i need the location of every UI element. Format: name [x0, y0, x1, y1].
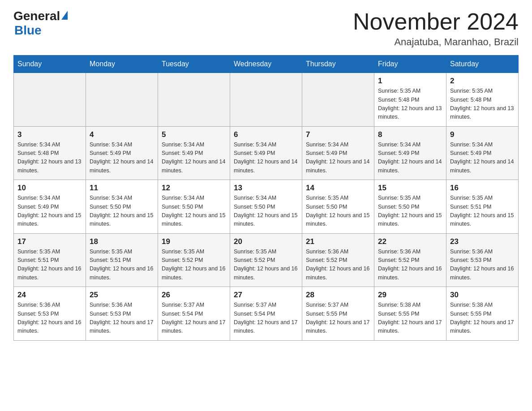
- day-number: 9: [450, 130, 515, 139]
- day-sun-info: Sunrise: 5:37 AM Sunset: 5:55 PM Dayligh…: [306, 301, 370, 336]
- col-wednesday: Wednesday: [230, 56, 302, 73]
- day-sun-info: Sunrise: 5:36 AM Sunset: 5:53 PM Dayligh…: [450, 248, 515, 283]
- day-sun-info: Sunrise: 5:34 AM Sunset: 5:50 PM Dayligh…: [90, 194, 154, 229]
- day-number: 1: [378, 77, 442, 86]
- table-row: 3Sunrise: 5:34 AM Sunset: 5:48 PM Daylig…: [14, 126, 86, 180]
- day-sun-info: Sunrise: 5:36 AM Sunset: 5:53 PM Dayligh…: [90, 301, 154, 336]
- table-row: 4Sunrise: 5:34 AM Sunset: 5:49 PM Daylig…: [86, 126, 158, 180]
- calendar-week-row: 1Sunrise: 5:35 AM Sunset: 5:48 PM Daylig…: [14, 73, 519, 127]
- calendar-table: Sunday Monday Tuesday Wednesday Thursday…: [13, 55, 519, 341]
- day-sun-info: Sunrise: 5:34 AM Sunset: 5:48 PM Dayligh…: [17, 141, 82, 176]
- table-row: 24Sunrise: 5:36 AM Sunset: 5:53 PM Dayli…: [14, 287, 86, 341]
- day-number: 15: [378, 184, 442, 193]
- table-row: 27Sunrise: 5:37 AM Sunset: 5:54 PM Dayli…: [230, 287, 302, 341]
- day-number: 8: [378, 130, 442, 139]
- table-row: 17Sunrise: 5:35 AM Sunset: 5:51 PM Dayli…: [14, 233, 86, 287]
- calendar-week-row: 3Sunrise: 5:34 AM Sunset: 5:48 PM Daylig…: [14, 126, 519, 180]
- day-sun-info: Sunrise: 5:34 AM Sunset: 5:49 PM Dayligh…: [90, 141, 154, 176]
- day-sun-info: Sunrise: 5:38 AM Sunset: 5:55 PM Dayligh…: [450, 301, 515, 336]
- day-number: 6: [234, 130, 298, 139]
- table-row: 12Sunrise: 5:34 AM Sunset: 5:50 PM Dayli…: [158, 180, 230, 234]
- table-row: 14Sunrise: 5:35 AM Sunset: 5:50 PM Dayli…: [302, 180, 374, 234]
- calendar-week-row: 24Sunrise: 5:36 AM Sunset: 5:53 PM Dayli…: [14, 287, 519, 341]
- location-subtitle: Anajatuba, Maranhao, Brazil: [353, 36, 519, 48]
- day-number: 24: [17, 291, 82, 300]
- table-row: [158, 73, 230, 127]
- title-area: November 2024 Anajatuba, Maranhao, Brazi…: [353, 9, 519, 48]
- day-sun-info: Sunrise: 5:35 AM Sunset: 5:50 PM Dayligh…: [378, 194, 442, 229]
- day-number: 28: [306, 291, 370, 300]
- day-sun-info: Sunrise: 5:36 AM Sunset: 5:52 PM Dayligh…: [378, 248, 442, 283]
- table-row: 20Sunrise: 5:35 AM Sunset: 5:52 PM Dayli…: [230, 233, 302, 287]
- logo: General Blue: [13, 9, 68, 38]
- col-thursday: Thursday: [302, 56, 374, 73]
- calendar-week-row: 10Sunrise: 5:34 AM Sunset: 5:49 PM Dayli…: [14, 180, 519, 234]
- table-row: 1Sunrise: 5:35 AM Sunset: 5:48 PM Daylig…: [374, 73, 446, 127]
- day-number: 18: [90, 237, 154, 246]
- table-row: 19Sunrise: 5:35 AM Sunset: 5:52 PM Dayli…: [158, 233, 230, 287]
- day-sun-info: Sunrise: 5:35 AM Sunset: 5:51 PM Dayligh…: [90, 248, 154, 283]
- page-header: General Blue November 2024 Anajatuba, Ma…: [13, 9, 519, 48]
- table-row: [14, 73, 86, 127]
- table-row: 8Sunrise: 5:34 AM Sunset: 5:49 PM Daylig…: [374, 126, 446, 180]
- day-number: 7: [306, 130, 370, 139]
- logo-general-text: General: [13, 9, 60, 23]
- day-number: 11: [90, 184, 154, 193]
- day-sun-info: Sunrise: 5:38 AM Sunset: 5:55 PM Dayligh…: [378, 301, 442, 336]
- day-number: 27: [234, 291, 298, 300]
- logo-triangle-icon: [61, 11, 68, 20]
- table-row: 2Sunrise: 5:35 AM Sunset: 5:48 PM Daylig…: [446, 73, 519, 127]
- col-tuesday: Tuesday: [158, 56, 230, 73]
- col-sunday: Sunday: [14, 56, 86, 73]
- day-number: 20: [234, 237, 298, 246]
- table-row: 26Sunrise: 5:37 AM Sunset: 5:54 PM Dayli…: [158, 287, 230, 341]
- col-friday: Friday: [374, 56, 446, 73]
- day-number: 2: [450, 77, 515, 86]
- day-sun-info: Sunrise: 5:35 AM Sunset: 5:52 PM Dayligh…: [234, 248, 298, 283]
- table-row: 25Sunrise: 5:36 AM Sunset: 5:53 PM Dayli…: [86, 287, 158, 341]
- table-row: 18Sunrise: 5:35 AM Sunset: 5:51 PM Dayli…: [86, 233, 158, 287]
- day-sun-info: Sunrise: 5:34 AM Sunset: 5:49 PM Dayligh…: [306, 141, 370, 176]
- day-number: 30: [450, 291, 515, 300]
- day-sun-info: Sunrise: 5:36 AM Sunset: 5:53 PM Dayligh…: [17, 301, 82, 336]
- table-row: 28Sunrise: 5:37 AM Sunset: 5:55 PM Dayli…: [302, 287, 374, 341]
- day-sun-info: Sunrise: 5:35 AM Sunset: 5:52 PM Dayligh…: [162, 248, 226, 283]
- day-number: 26: [162, 291, 226, 300]
- table-row: 5Sunrise: 5:34 AM Sunset: 5:49 PM Daylig…: [158, 126, 230, 180]
- day-sun-info: Sunrise: 5:34 AM Sunset: 5:49 PM Dayligh…: [378, 141, 442, 176]
- day-number: 16: [450, 184, 515, 193]
- day-sun-info: Sunrise: 5:34 AM Sunset: 5:50 PM Dayligh…: [234, 194, 298, 229]
- day-number: 10: [17, 184, 82, 193]
- day-number: 3: [17, 130, 82, 139]
- day-sun-info: Sunrise: 5:35 AM Sunset: 5:51 PM Dayligh…: [17, 248, 82, 283]
- day-number: 5: [162, 130, 226, 139]
- table-row: [302, 73, 374, 127]
- day-number: 12: [162, 184, 226, 193]
- day-sun-info: Sunrise: 5:34 AM Sunset: 5:49 PM Dayligh…: [450, 141, 515, 176]
- day-sun-info: Sunrise: 5:35 AM Sunset: 5:48 PM Dayligh…: [378, 87, 442, 122]
- day-sun-info: Sunrise: 5:34 AM Sunset: 5:49 PM Dayligh…: [234, 141, 298, 176]
- day-sun-info: Sunrise: 5:34 AM Sunset: 5:50 PM Dayligh…: [162, 194, 226, 229]
- table-row: [86, 73, 158, 127]
- table-row: 11Sunrise: 5:34 AM Sunset: 5:50 PM Dayli…: [86, 180, 158, 234]
- day-number: 25: [90, 291, 154, 300]
- day-number: 23: [450, 237, 515, 246]
- table-row: 10Sunrise: 5:34 AM Sunset: 5:49 PM Dayli…: [14, 180, 86, 234]
- logo-blue-text: Blue: [14, 23, 42, 38]
- day-number: 4: [90, 130, 154, 139]
- day-sun-info: Sunrise: 5:34 AM Sunset: 5:49 PM Dayligh…: [162, 141, 226, 176]
- table-row: 29Sunrise: 5:38 AM Sunset: 5:55 PM Dayli…: [374, 287, 446, 341]
- day-number: 21: [306, 237, 370, 246]
- calendar-week-row: 17Sunrise: 5:35 AM Sunset: 5:51 PM Dayli…: [14, 233, 519, 287]
- day-sun-info: Sunrise: 5:35 AM Sunset: 5:51 PM Dayligh…: [450, 194, 515, 229]
- table-row: 13Sunrise: 5:34 AM Sunset: 5:50 PM Dayli…: [230, 180, 302, 234]
- day-sun-info: Sunrise: 5:37 AM Sunset: 5:54 PM Dayligh…: [234, 301, 298, 336]
- day-number: 13: [234, 184, 298, 193]
- table-row: 6Sunrise: 5:34 AM Sunset: 5:49 PM Daylig…: [230, 126, 302, 180]
- day-number: 19: [162, 237, 226, 246]
- day-number: 22: [378, 237, 442, 246]
- table-row: 16Sunrise: 5:35 AM Sunset: 5:51 PM Dayli…: [446, 180, 519, 234]
- day-sun-info: Sunrise: 5:34 AM Sunset: 5:49 PM Dayligh…: [17, 194, 82, 229]
- day-sun-info: Sunrise: 5:35 AM Sunset: 5:50 PM Dayligh…: [306, 194, 370, 229]
- col-saturday: Saturday: [446, 56, 519, 73]
